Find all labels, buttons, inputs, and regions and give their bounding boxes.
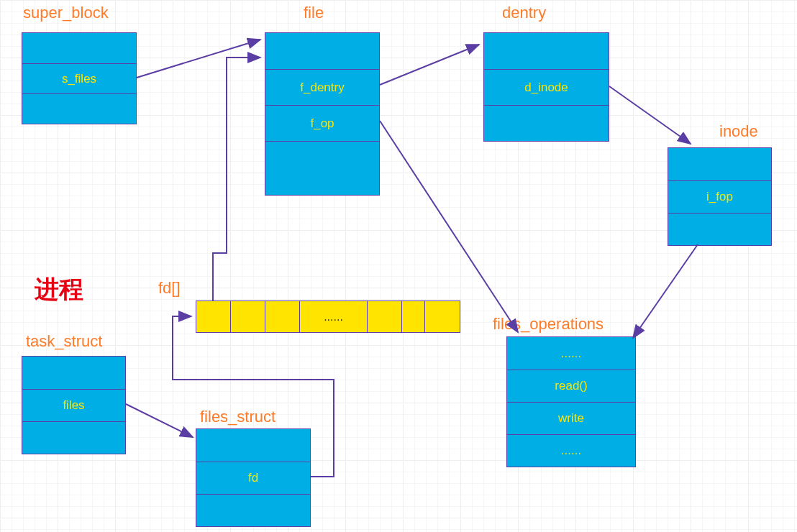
label-files-struct: files_struct bbox=[200, 408, 275, 426]
label-process: 进程 bbox=[35, 273, 83, 306]
row-files: files bbox=[22, 389, 125, 421]
label-fd-array: fd[] bbox=[158, 279, 181, 298]
row-ellipsis: ...... bbox=[507, 434, 635, 467]
fd-cell-ellipsis: ...... bbox=[300, 301, 368, 332]
row-blank bbox=[196, 494, 310, 526]
label-files-operations: files_operations bbox=[493, 315, 604, 334]
fd-cell bbox=[402, 301, 425, 332]
fd-cell bbox=[231, 301, 265, 332]
fd-cell bbox=[265, 301, 300, 332]
row-read: read() bbox=[507, 370, 635, 402]
box-files-operations: ...... read() write ...... bbox=[506, 336, 636, 467]
box-file: f_dentry f_op bbox=[265, 32, 380, 196]
row-fd: fd bbox=[196, 462, 310, 494]
row-blank bbox=[22, 33, 136, 63]
fd-cell bbox=[196, 301, 231, 332]
row-ellipsis: ...... bbox=[507, 337, 635, 370]
fd-cell bbox=[425, 301, 460, 332]
row-blank bbox=[484, 105, 609, 141]
row-f-op: f_op bbox=[265, 105, 379, 141]
label-file: file bbox=[304, 4, 324, 22]
svg-line-1 bbox=[137, 40, 260, 78]
row-blank bbox=[22, 421, 125, 454]
row-write: write bbox=[507, 402, 635, 434]
box-files-struct: fd bbox=[196, 428, 311, 527]
row-blank bbox=[484, 33, 609, 69]
svg-line-2 bbox=[380, 45, 479, 85]
box-fd-array: ...... bbox=[196, 301, 460, 333]
box-task-struct: files bbox=[22, 356, 126, 454]
row-d-inode: d_inode bbox=[484, 69, 609, 105]
svg-line-3 bbox=[609, 86, 691, 144]
box-super-block: s_files bbox=[22, 32, 137, 124]
row-blank bbox=[668, 148, 771, 180]
row-f-dentry: f_dentry bbox=[265, 69, 379, 105]
row-s-files: s_files bbox=[22, 63, 136, 93]
row-blank bbox=[265, 141, 379, 195]
box-inode: i_fop bbox=[668, 147, 772, 246]
svg-line-6 bbox=[126, 404, 193, 437]
row-blank bbox=[22, 93, 136, 124]
row-blank bbox=[196, 429, 310, 462]
row-blank bbox=[22, 357, 125, 389]
row-blank bbox=[668, 213, 771, 245]
label-dentry: dentry bbox=[502, 4, 546, 22]
svg-line-5 bbox=[633, 244, 698, 338]
box-dentry: d_inode bbox=[483, 32, 609, 142]
label-super-block: super_block bbox=[23, 4, 109, 22]
label-task-struct: task_struct bbox=[26, 332, 102, 351]
fd-cell bbox=[368, 301, 402, 332]
label-inode: inode bbox=[719, 122, 758, 141]
row-blank bbox=[265, 33, 379, 69]
row-i-fop: i_fop bbox=[668, 180, 771, 213]
